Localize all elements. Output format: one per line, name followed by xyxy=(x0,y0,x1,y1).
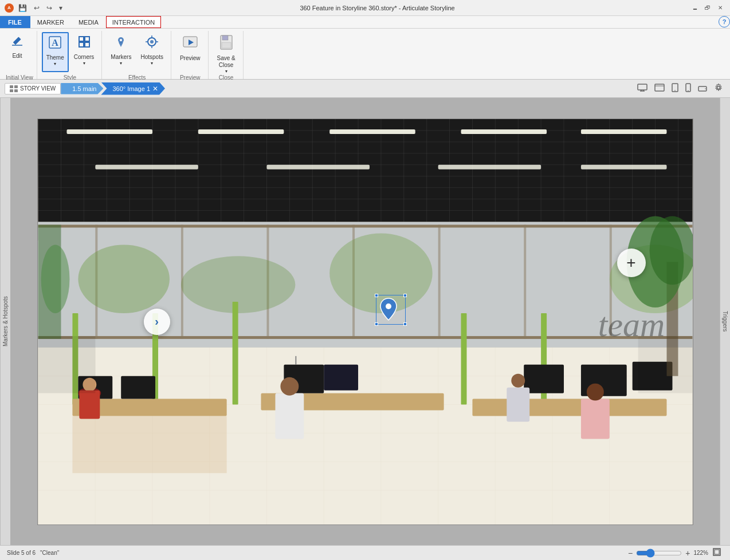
zoom-in-button[interactable]: + xyxy=(684,549,691,558)
edit-icon xyxy=(10,34,24,52)
svg-rect-150 xyxy=(638,336,692,393)
hotspots-button[interactable]: Hotspots ▾ xyxy=(136,32,167,72)
tab-interaction[interactable]: INTERACTION xyxy=(106,16,162,28)
map-marker[interactable] xyxy=(378,297,399,321)
story-view-button[interactable]: STORY VIEW xyxy=(5,83,61,94)
svg-rect-125 xyxy=(472,399,666,416)
svg-point-97 xyxy=(78,244,170,313)
edit-button[interactable]: Edit xyxy=(6,32,29,72)
window-view-button[interactable] xyxy=(652,82,667,94)
status-right: − + 122% xyxy=(627,548,723,558)
markers-icon xyxy=(113,34,128,53)
ribbon-content: Edit Initial View A Theme ▾ xyxy=(0,29,730,79)
title-bar-right: 🗕 🗗 ✕ xyxy=(690,3,725,13)
close-button[interactable]: ✕ xyxy=(715,3,725,13)
app-logo: A xyxy=(5,3,14,13)
redo-button[interactable]: ↪ xyxy=(44,3,54,13)
svg-rect-82 xyxy=(580,129,666,133)
svg-rect-94 xyxy=(438,224,440,338)
svg-rect-6 xyxy=(85,37,89,41)
svg-rect-89 xyxy=(38,336,692,338)
hotspots-icon xyxy=(144,34,159,53)
preview-button[interactable]: Preview xyxy=(176,32,205,72)
navigation-arrow-button[interactable]: › xyxy=(144,309,170,335)
svg-rect-83 xyxy=(95,164,198,169)
svg-rect-81 xyxy=(461,129,547,133)
corners-label: Corners xyxy=(74,54,95,61)
svg-rect-80 xyxy=(329,129,415,133)
svg-rect-7 xyxy=(79,42,84,47)
save-close-label: Save & Close xyxy=(217,55,236,69)
zoom-out-button[interactable]: − xyxy=(627,549,634,558)
phone-h-view-button[interactable] xyxy=(696,83,709,94)
right-sidebar[interactable]: Triggers xyxy=(720,98,730,545)
svg-point-34 xyxy=(674,90,676,91)
office-illustration: team xyxy=(38,119,693,524)
corners-icon xyxy=(77,34,92,53)
corners-button[interactable]: Corners ▾ xyxy=(70,32,99,72)
breadcrumb-close-button[interactable]: ✕ xyxy=(152,85,158,93)
left-sidebar[interactable]: Markers & Hotspots xyxy=(0,98,10,545)
breadcrumb-360-image[interactable]: 360° Image 1 ✕ xyxy=(101,82,165,95)
svg-rect-119 xyxy=(232,302,238,404)
svg-rect-86 xyxy=(580,164,666,169)
nav-bar-right xyxy=(635,82,725,95)
phone-v-view-button[interactable] xyxy=(683,82,693,95)
svg-point-11 xyxy=(120,39,122,41)
svg-point-142 xyxy=(511,373,525,387)
svg-rect-23 xyxy=(10,85,13,88)
svg-rect-5 xyxy=(79,37,84,41)
title-bar-left: A 💾 ↩ ↪ ▾ xyxy=(5,3,65,13)
handle-top-right[interactable] xyxy=(403,294,407,297)
svg-rect-127 xyxy=(121,376,155,399)
nav-bar: STORY VIEW 1.5 main 360° Image 1 ✕ xyxy=(0,80,730,98)
svg-point-38 xyxy=(705,88,706,89)
save-close-button[interactable]: Save & Close ▾ xyxy=(213,32,240,72)
svg-rect-123 xyxy=(72,416,226,473)
tablet-view-button[interactable] xyxy=(669,82,681,95)
content-area: Markers & Hotspots xyxy=(0,98,730,545)
theme-button[interactable]: A Theme ▾ xyxy=(42,32,69,72)
svg-rect-129 xyxy=(295,356,296,364)
svg-rect-95 xyxy=(524,224,526,338)
office-scene: team › xyxy=(38,119,693,524)
add-hotspot-button[interactable]: + xyxy=(617,249,646,277)
svg-rect-27 xyxy=(638,84,647,90)
add-hotspot-icon: + xyxy=(626,254,635,272)
preview-icon xyxy=(182,34,198,54)
desktop-view-button[interactable] xyxy=(635,82,650,94)
breadcrumb-main[interactable]: 1.5 main xyxy=(61,83,103,94)
tab-file[interactable]: FILE xyxy=(0,16,30,28)
svg-rect-149 xyxy=(38,336,95,393)
tab-marker[interactable]: MARKER xyxy=(30,16,72,28)
svg-rect-85 xyxy=(438,164,540,169)
handle-bottom-right[interactable] xyxy=(403,322,407,326)
handle-bottom-left[interactable] xyxy=(375,322,378,326)
svg-rect-88 xyxy=(38,224,692,227)
fullscreen-button[interactable] xyxy=(711,548,723,558)
slide-info: Slide 5 of 6 xyxy=(7,550,36,556)
hotspots-arrow-icon: ▾ xyxy=(151,61,153,66)
handle-top-left[interactable] xyxy=(375,294,378,297)
help-button[interactable]: ? xyxy=(719,16,730,27)
svg-rect-120 xyxy=(461,313,466,405)
zoom-slider[interactable] xyxy=(636,549,682,558)
minimize-button[interactable]: 🗕 xyxy=(690,3,700,13)
svg-rect-8 xyxy=(85,42,89,47)
svg-rect-130 xyxy=(324,364,358,390)
quick-access-dropdown[interactable]: ▾ xyxy=(57,3,65,13)
undo-button[interactable]: ↩ xyxy=(32,3,42,13)
breadcrumb: 1.5 main 360° Image 1 ✕ xyxy=(63,82,165,95)
svg-point-140 xyxy=(586,383,603,400)
maximize-button[interactable]: 🗗 xyxy=(702,3,713,13)
svg-rect-25 xyxy=(10,89,13,92)
svg-point-13 xyxy=(150,40,154,44)
markers-button[interactable]: Markers ▾ xyxy=(107,32,135,72)
settings-button[interactable] xyxy=(712,82,725,95)
title-bar: A 💾 ↩ ↪ ▾ 360 Feature in Storyline 360.s… xyxy=(0,0,730,16)
tab-media[interactable]: MEDIA xyxy=(72,16,106,28)
markers-arrow-icon: ▾ xyxy=(120,61,122,66)
theme-arrow-icon: ▾ xyxy=(54,61,56,66)
save-button[interactable]: 💾 xyxy=(16,3,29,13)
svg-marker-10 xyxy=(119,42,123,47)
